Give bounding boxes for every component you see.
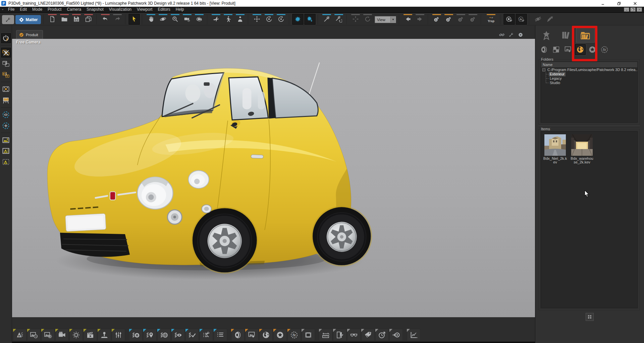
sensors-library-button[interactable] — [273, 329, 287, 341]
mdi-minimize-button[interactable] — [624, 7, 629, 12]
restore-button[interactable] — [614, 0, 623, 6]
animation-editor-button[interactable] — [84, 329, 97, 341]
postprocess-library-button[interactable] — [302, 329, 315, 341]
environments-layer-button[interactable] — [157, 329, 171, 341]
filter-effects[interactable]: fx — [599, 44, 610, 55]
image-settings-button[interactable] — [41, 329, 55, 341]
new-document-button[interactable] — [47, 14, 58, 25]
snap-translate-button[interactable] — [321, 14, 332, 25]
add-helper-button[interactable] — [1, 121, 11, 131]
save-button[interactable] — [71, 14, 82, 25]
pedestrian-mode-button[interactable] — [234, 14, 246, 25]
render-image-button[interactable]: R — [1, 146, 11, 156]
redo-button[interactable] — [112, 14, 123, 25]
previous-configuration-button[interactable] — [402, 14, 414, 25]
view-camera-select[interactable]: View▼ — [375, 16, 396, 23]
portal-editor-button[interactable] — [333, 329, 346, 341]
textures-library-button[interactable] — [245, 329, 259, 341]
tab-shapes[interactable] — [537, 28, 555, 42]
configuration-list-button[interactable] — [214, 329, 227, 341]
collision-detection-button[interactable] — [292, 14, 304, 25]
view-settings-button[interactable] — [508, 32, 514, 39]
menu-file[interactable]: File — [5, 7, 17, 12]
presentation-screen-button[interactable] — [1, 95, 11, 105]
statistics-button[interactable] — [407, 329, 420, 341]
save-copy-button[interactable] — [83, 14, 94, 25]
viewport-3d[interactable]: Free Camera — [12, 39, 535, 317]
next-configuration-button[interactable] — [414, 14, 426, 25]
rotate-camera-button[interactable] — [275, 14, 287, 25]
matter-mode-button[interactable]: Matter — [15, 15, 41, 24]
tree-expander-icon[interactable]: - — [542, 68, 545, 71]
items-list[interactable]: Bdx_Niel_2k.kevBdx_warehouse_2k.kev — [541, 131, 638, 308]
camera-properties-button[interactable] — [181, 14, 193, 25]
show-helpers-button[interactable] — [1, 110, 11, 120]
render-window-disabled-button[interactable] — [1, 48, 11, 58]
menu-product[interactable]: Product — [45, 7, 64, 12]
video-editor-button[interactable] — [55, 329, 69, 341]
materials-library-button[interactable] — [231, 329, 245, 341]
link-view-button[interactable] — [499, 32, 504, 39]
menu-camera[interactable]: Camera — [64, 7, 84, 12]
filter-textures[interactable] — [551, 44, 561, 55]
open-button[interactable] — [59, 14, 70, 25]
environments-library-button[interactable] — [259, 329, 273, 341]
settings-editor-button[interactable] — [112, 329, 125, 341]
orbit-tool-button[interactable] — [157, 14, 169, 25]
toolbar-grip-icon[interactable] — [0, 8, 5, 11]
camera-orbit-button[interactable] — [194, 14, 205, 25]
tags-editor-button[interactable] — [361, 329, 375, 341]
panel-splitter[interactable] — [539, 125, 640, 128]
snap-rotate-button[interactable] — [333, 14, 344, 25]
capture-product-button[interactable] — [1, 84, 11, 94]
snapshot-image-button[interactable] — [1, 135, 11, 145]
folders-tree[interactable]: Name - C:/Program Files/Lumiscaphe/Patch… — [541, 62, 638, 123]
menu-viewport[interactable]: Viewport — [134, 7, 155, 12]
walk-mode-button[interactable] — [222, 14, 234, 25]
layer-2-button[interactable]: 2 — [443, 14, 454, 25]
select-tool-button[interactable] — [128, 14, 140, 25]
render-editor-button[interactable]: R — [13, 329, 26, 341]
fly-mode-button[interactable] — [210, 14, 222, 25]
close-view-button[interactable] — [518, 32, 523, 39]
stereo-settings-button[interactable] — [347, 329, 361, 341]
library-item-bdx_niel_2k.kev[interactable]: Bdx_Niel_2k.kev — [543, 134, 567, 164]
menu-snapshot[interactable]: Snapshot — [84, 7, 106, 12]
close-button[interactable] — [631, 0, 639, 6]
layer-1-button[interactable]: 1 — [431, 14, 442, 25]
interaction-editor-button[interactable] — [98, 329, 111, 341]
timer-settings-button[interactable] — [375, 329, 389, 341]
render-window-products-button[interactable] — [1, 70, 11, 80]
lighting-editor-button[interactable] — [69, 329, 83, 341]
folder-item-legacy[interactable]: Legacy — [541, 76, 637, 81]
measure-tool-button[interactable] — [319, 329, 332, 341]
show-sensors-button[interactable] — [503, 14, 515, 25]
filter-images[interactable] — [563, 44, 574, 55]
paint-off-button[interactable] — [544, 14, 556, 25]
layer-4-button[interactable]: 4 — [467, 14, 479, 25]
render-image-batch-button[interactable]: R — [1, 157, 11, 167]
animation-images-button[interactable] — [27, 329, 41, 341]
move-gizmo-button[interactable] — [350, 14, 361, 25]
settings-wrench-button[interactable] — [2, 15, 14, 24]
target-camera-button[interactable] — [389, 329, 403, 341]
menu-editors[interactable]: Editors — [155, 7, 173, 12]
pan-tool-button[interactable] — [145, 14, 157, 25]
tab-produit[interactable]: Produit — [16, 30, 43, 39]
folder-item-exterieur[interactable]: Exterieur — [541, 72, 637, 76]
folder-item-studio[interactable]: Studio — [541, 81, 637, 85]
translate-object-button[interactable] — [251, 14, 263, 25]
transparency-button[interactable]: Trsp — [484, 14, 498, 25]
effects-library-button[interactable]: fx — [287, 329, 301, 341]
rotate-gizmo-button[interactable] — [362, 14, 373, 25]
filter-materials[interactable] — [539, 44, 549, 55]
mdi-close-button[interactable] — [637, 7, 642, 12]
realtime-lighting-button[interactable] — [1, 33, 11, 43]
render-window-button[interactable] — [1, 59, 11, 69]
filter-sensors[interactable] — [587, 44, 598, 55]
validation-layer-button[interactable] — [185, 329, 199, 341]
show-effects-button[interactable]: fx — [516, 14, 527, 25]
mdi-restore-button[interactable] — [630, 7, 636, 12]
filter-environments[interactable] — [575, 44, 586, 55]
menu-visualization[interactable]: Visualization — [106, 7, 134, 12]
